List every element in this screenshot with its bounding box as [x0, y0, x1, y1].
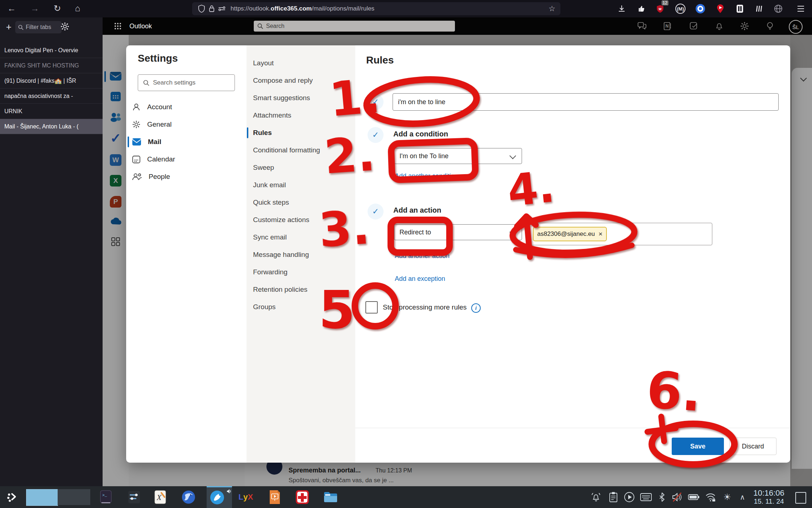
section-conditional-formatting[interactable]: Conditional formatting — [253, 142, 349, 159]
app-launcher-waffle-icon[interactable] — [114, 22, 121, 30]
filter-tabs-input[interactable]: Filter tabs — [15, 21, 62, 33]
virtual-desktop-1[interactable] — [26, 489, 58, 506]
virtual-desktop-2[interactable] — [58, 489, 90, 505]
tab-mail-active[interactable]: Mail - Šijanec, Anton Luka - ( — [0, 119, 103, 134]
section-rules[interactable]: Rules — [253, 124, 349, 142]
outlook-header: Outlook — [103, 17, 812, 35]
settings-gear-icon[interactable] — [738, 21, 751, 31]
brightness-icon[interactable]: ☀ — [720, 490, 734, 504]
file-manager-folder-icon[interactable] — [323, 489, 339, 505]
settings-nav-mail[interactable]: Mail — [132, 133, 241, 151]
stop-processing-checkbox[interactable] — [365, 301, 378, 314]
url-bar[interactable]: https://outlook.office365.com/mail/optio… — [192, 2, 560, 15]
tab-faking[interactable]: FAKING SHIT MC HOSTING — [0, 58, 103, 73]
rule-name-input[interactable] — [393, 93, 779, 111]
settings-nav-account[interactable]: Account — [132, 98, 241, 116]
wifi-locked-icon[interactable] — [703, 490, 718, 504]
lyx-app-icon[interactable]: LyX — [238, 489, 254, 505]
tips-lightbulb-icon[interactable] — [764, 21, 776, 31]
tab-lenovo[interactable]: Lenovo Digital Pen - Overvie — [0, 43, 103, 58]
screen: ← → ↻ ⌂ https://outlook.office365.com/ma… — [0, 0, 812, 508]
save-button[interactable]: Save — [672, 438, 724, 455]
thunderbird-icon[interactable] — [181, 489, 196, 505]
section-sweep[interactable]: Sweep — [253, 159, 349, 176]
desktop-taskbar: >_ X LyX — [0, 486, 812, 508]
action-dropdown[interactable]: Redirect to — [394, 224, 522, 240]
tray-expand-caret-icon[interactable]: ∧ — [735, 490, 750, 504]
reader-extension-icon[interactable] — [734, 3, 746, 15]
settings-nav-general[interactable]: General — [132, 116, 241, 133]
blue-ring-extension-icon[interactable] — [694, 3, 707, 15]
settings-nav-calendar[interactable]: Calendar — [132, 151, 241, 168]
section-compose[interactable]: Compose and reply — [253, 72, 349, 89]
add-another-action-link[interactable]: Add another action — [395, 252, 450, 260]
section-groups[interactable]: Groups — [253, 298, 349, 316]
lyx-document-icon[interactable]: X — [152, 489, 168, 505]
red-pin-extension-icon[interactable] — [714, 3, 726, 15]
teams-chat-icon[interactable] — [636, 21, 648, 31]
settings-nav-people[interactable]: People — [132, 168, 241, 185]
new-tab-button[interactable]: + — [3, 20, 14, 33]
thumb-extension-icon[interactable] — [635, 3, 647, 15]
reload-icon[interactable]: ↻ — [51, 2, 64, 15]
todo-icon[interactable] — [688, 21, 700, 31]
home-icon[interactable]: ⌂ — [71, 2, 84, 15]
m-extension-icon[interactable]: (M) — [674, 3, 687, 15]
outlook-logo-text[interactable]: Outlook — [129, 22, 152, 30]
media-player-icon[interactable] — [622, 490, 637, 504]
bookmark-star-icon[interactable]: ☆ — [548, 4, 555, 13]
add-an-exception-link[interactable]: Add an exception — [395, 275, 445, 283]
onenote-feed-icon[interactable]: N — [662, 21, 674, 31]
info-icon[interactable]: i — [471, 303, 481, 313]
tab-napacna[interactable]: napačna asociativnost za - — [0, 89, 103, 104]
account-avatar[interactable]: ŠL — [789, 20, 803, 34]
redirect-recipient-field[interactable]: as82306@sijanec.eu × — [527, 223, 712, 245]
download-icon[interactable] — [616, 3, 628, 15]
notifications-bell-icon[interactable] — [713, 21, 725, 31]
section-sync-email[interactable]: Sync email — [253, 229, 349, 246]
bars-extension-icon[interactable] — [753, 3, 766, 15]
show-desktop-button[interactable] — [795, 492, 806, 504]
medical-app-icon[interactable] — [294, 489, 310, 505]
action-check-icon: ✓ — [368, 204, 384, 220]
section-retention-policies[interactable]: Retention policies — [253, 281, 349, 298]
terminal-icon[interactable]: >_ — [98, 489, 114, 505]
outlook-search-bar[interactable]: Search — [254, 21, 455, 32]
clock-widget[interactable]: 10:16:06 15. 11. 24 — [749, 488, 789, 505]
tab-discord[interactable]: (91) Discord | #faks🏫 | IŠR — [0, 73, 103, 89]
sidebar-settings-gear-icon[interactable] — [60, 22, 70, 31]
app-launcher-icon[interactable] — [4, 489, 20, 505]
clipboard-icon[interactable] — [606, 490, 621, 504]
condition-dropdown[interactable]: I'm on the To line — [394, 148, 522, 164]
add-another-condition-link[interactable]: Add another condition — [395, 172, 458, 180]
settings-sliders-icon[interactable] — [126, 489, 142, 505]
section-smart-suggestions[interactable]: Smart suggestions — [253, 89, 349, 107]
battery-icon[interactable] — [687, 490, 701, 504]
section-message-handling[interactable]: Message handling — [253, 246, 349, 263]
section-quick-steps[interactable]: Quick steps — [253, 194, 349, 211]
section-attachments[interactable]: Attachments — [253, 107, 349, 124]
forward-icon[interactable]: → — [28, 2, 41, 15]
section-layout[interactable]: Layout — [253, 54, 349, 72]
permissions-icon[interactable] — [218, 6, 225, 11]
keyboard-icon[interactable] — [639, 490, 653, 504]
browser-menu-icon[interactable] — [795, 3, 807, 15]
librewolf-active-task[interactable] — [207, 486, 232, 508]
chip-remove-icon[interactable]: × — [598, 230, 602, 238]
section-forwarding[interactable]: Forwarding — [253, 263, 349, 281]
section-junk-email[interactable]: Junk email — [253, 176, 349, 194]
adblock-shield-icon[interactable]: w 12 — [654, 3, 666, 15]
section-customize-actions[interactable]: Customize actions — [253, 211, 349, 229]
notification-bell-icon[interactable] — [589, 490, 603, 504]
recipient-chip[interactable]: as82306@sijanec.eu × — [533, 227, 607, 241]
lock-icon[interactable] — [209, 5, 215, 12]
globe-extension-icon[interactable] — [772, 3, 784, 15]
tracking-shield-icon[interactable] — [198, 5, 205, 13]
impress-icon[interactable] — [267, 489, 283, 505]
settings-search-input[interactable]: Search settings — [138, 74, 235, 91]
tab-urnik[interactable]: URNIK — [0, 104, 103, 119]
bluetooth-icon[interactable] — [655, 490, 669, 504]
discard-button[interactable]: Discard — [729, 438, 776, 455]
back-icon[interactable]: ← — [5, 2, 18, 15]
volume-muted-icon[interactable] — [670, 490, 684, 504]
